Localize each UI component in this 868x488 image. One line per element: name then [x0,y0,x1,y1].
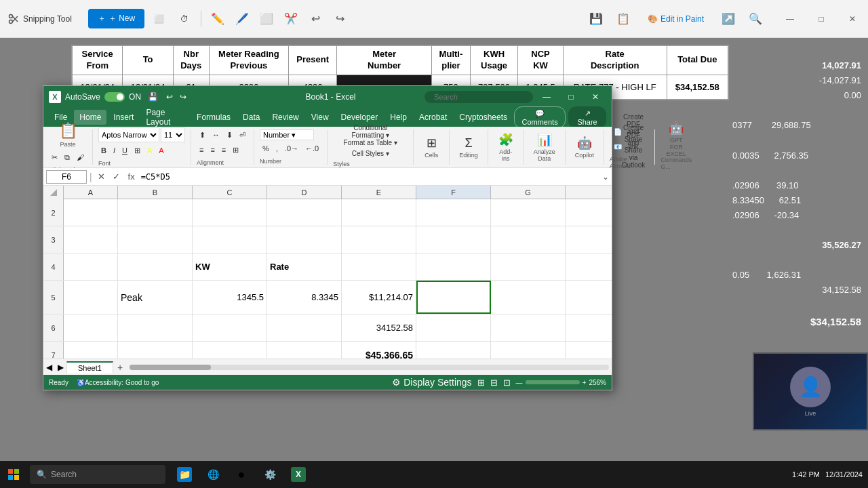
scrollbar-thumb[interactable] [130,365,211,370]
taskbar-app-chrome[interactable]: ● [228,461,255,488]
menu-developer[interactable]: Developer [336,110,384,125]
menu-insert[interactable]: Insert [108,110,139,125]
share-button[interactable]: ↗ Share [568,106,606,129]
cell-b7[interactable] [118,342,193,359]
crop-button[interactable]: ✂️ [280,8,302,30]
cell-a6[interactable] [64,314,118,341]
maximize-button[interactable]: □ [806,8,837,30]
font-family-select[interactable]: Aptos Narrow [98,127,159,142]
row-header-7[interactable]: 7 [43,342,64,359]
cell-f5[interactable] [416,281,491,314]
col-header-a[interactable]: A [64,186,118,199]
cell-d6[interactable] [267,314,342,341]
zoom-out-icon[interactable]: — [516,379,523,386]
save-button[interactable]: 💾 [585,8,607,30]
row-header-6[interactable]: 6 [43,314,64,341]
menu-cryptosheets[interactable]: Cryptosheets [454,110,513,125]
insert-function-icon[interactable]: fx [125,170,138,184]
cell-f4[interactable] [416,253,491,280]
align-right-button[interactable]: ≡ [219,143,229,157]
redo-icon[interactable]: ↪ [180,92,186,102]
cell-d7[interactable] [267,342,342,359]
format-painter-button[interactable]: 🖌 [74,150,87,164]
cell-b5[interactable]: Peak [118,281,193,314]
start-button[interactable] [0,461,27,488]
col-header-e[interactable]: E [342,186,416,199]
comma-button[interactable]: , [273,142,281,155]
cell-b6[interactable] [118,314,193,341]
number-format-dropdown[interactable]: Number ▾ [260,129,314,140]
formula-input[interactable] [141,170,599,184]
mode-button[interactable]: ⬜ [147,10,171,28]
cell-b4[interactable] [118,253,193,280]
next-sheet-button[interactable]: ▶ [55,363,66,372]
cell-a2[interactable] [64,199,118,226]
col-header-c[interactable]: C [193,186,267,199]
cell-e5[interactable]: $11,214.07 [342,281,416,314]
cell-styles-button[interactable]: Cell Styles ▾ [333,148,408,158]
eraser-button[interactable]: ⬜ [256,8,277,30]
align-mid-button[interactable]: ↔ [210,128,222,142]
row-header-4[interactable]: 4 [43,253,64,280]
align-left-button[interactable]: ≡ [197,143,206,157]
menu-review[interactable]: Review [267,110,304,125]
cell-g6[interactable] [491,314,566,341]
redo-button[interactable]: ↪ [329,8,351,30]
cell-c4[interactable]: KW [193,253,267,280]
edit-paint-button[interactable]: 🎨 Edit in Paint [639,10,712,28]
add-sheet-button[interactable]: + [113,362,127,373]
save-icon[interactable]: 💾 [148,92,158,102]
sheet-tab-sheet1[interactable]: Sheet1 [66,361,113,373]
page-break-view-button[interactable]: ⊟ [490,378,498,388]
delay-button[interactable]: ⏱ [174,10,195,28]
cell-e3[interactable] [342,226,416,253]
cell-a7[interactable] [64,342,118,359]
editing-button[interactable]: Σ Editing [455,132,482,162]
cell-e4[interactable] [342,253,416,280]
cell-f6[interactable] [416,314,491,341]
cell-a4[interactable] [64,253,118,280]
copilot-button[interactable]: 🤖 Copilot [571,132,598,162]
cell-g7[interactable] [491,342,566,359]
menu-data[interactable]: Data [237,110,265,125]
underline-button[interactable]: U [119,144,130,157]
cell-d2[interactable] [267,199,342,226]
cell-c5[interactable]: 1345.5 [193,281,267,314]
taskbar-app-explorer[interactable]: 📁 [171,461,198,488]
cell-g4[interactable] [491,253,566,280]
taskbar-search[interactable]: 🔍 Search [30,465,165,484]
increase-decimal-button[interactable]: .0→ [282,142,301,155]
row-header-2[interactable]: 2 [43,199,64,226]
autosave-toggle[interactable] [104,92,125,102]
zoom-in-icon[interactable]: + [583,379,587,386]
col-header-g[interactable]: G [491,186,566,199]
excel-minimize-button[interactable]: — [536,87,557,106]
cell-c6[interactable] [193,314,267,341]
italic-button[interactable]: I [111,144,118,157]
addins-button[interactable]: 🧩 Add-ins [494,132,518,162]
pen-tool-button[interactable]: ✏️ [207,8,229,30]
font-color-button[interactable]: A [156,144,166,157]
close-button[interactable]: ✕ [837,8,868,30]
percent-button[interactable]: % [260,142,272,155]
cell-e2[interactable] [342,199,416,226]
cell-e6[interactable]: 34152.58 [342,314,416,341]
undo-button[interactable]: ↩ [304,8,326,30]
menu-formulas[interactable]: Formulas [191,110,236,125]
cut-button[interactable]: ✂ [49,150,60,164]
cell-a3[interactable] [64,226,118,253]
normal-view-button[interactable]: ⊞ [477,378,485,388]
share-button[interactable]: ↗️ [717,8,739,30]
border-button[interactable]: ⊞ [132,144,143,157]
decrease-decimal-button[interactable]: ←.0 [302,142,321,155]
analyze-data-button[interactable]: 📊 AnalyzeData [530,132,559,162]
excel-close-button[interactable]: ✕ [585,87,606,106]
taskbar-app-settings[interactable]: ⚙️ [256,461,283,488]
comments-button[interactable]: 💬 Comments [514,106,566,129]
display-settings-button[interactable]: ⚙ Display Settings [392,377,471,388]
cell-f3[interactable] [416,226,491,253]
menu-page-layout[interactable]: Page Layout [140,105,190,129]
cell-c7[interactable] [193,342,267,359]
cancel-formula-icon[interactable]: ✕ [95,170,108,184]
paste-button[interactable]: 📋 Paste [49,121,87,149]
